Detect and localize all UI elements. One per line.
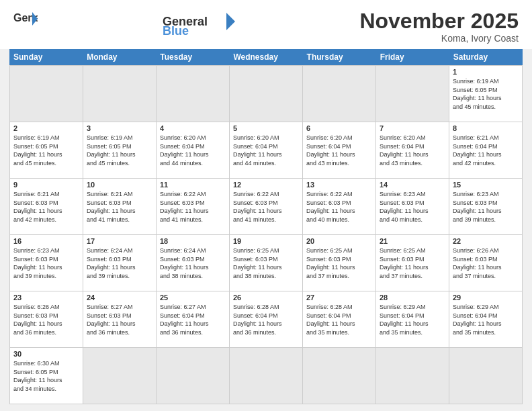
calendar-day-22: 22Sunrise: 6:26 AMSunset: 6:03 PMDayligh… [449,235,523,291]
calendar-day-29: 29Sunrise: 6:29 AMSunset: 6:04 PMDayligh… [449,291,523,348]
calendar-grid: 1Sunrise: 6:19 AMSunset: 6:05 PMDaylight… [9,65,523,404]
month-title: November 2025 [359,9,519,33]
calendar-day-16: 16Sunrise: 6:23 AMSunset: 6:03 PMDayligh… [10,235,83,291]
cell-date: 4 [160,124,226,132]
cell-date: 25 [160,293,226,302]
cell-date: 6 [306,124,372,132]
day-header: Tuesday [156,49,229,65]
calendar-empty [230,66,303,122]
cell-date: 26 [233,293,299,302]
calendar-day-10: 10Sunrise: 6:21 AMSunset: 6:03 PMDayligh… [83,179,157,235]
calendar-day-25: 25Sunrise: 6:27 AMSunset: 6:04 PMDayligh… [157,291,230,348]
logo-text: General Blue [163,9,236,37]
cell-info: Sunrise: 6:28 AMSunset: 6:04 PMDaylight:… [306,303,372,336]
calendar-day-21: 21Sunrise: 6:25 AMSunset: 6:03 PMDayligh… [376,235,449,291]
cell-info: Sunrise: 6:23 AMSunset: 6:03 PMDaylight:… [453,190,519,224]
cell-info: Sunrise: 6:29 AMSunset: 6:04 PMDaylight:… [380,303,445,336]
calendar-empty [157,348,230,404]
calendar-day-9: 9Sunrise: 6:21 AMSunset: 6:03 PMDaylight… [10,179,83,235]
cell-date: 27 [306,293,372,302]
calendar-day-14: 14Sunrise: 6:23 AMSunset: 6:03 PMDayligh… [376,179,449,235]
calendar-day-12: 12Sunrise: 6:22 AMSunset: 6:03 PMDayligh… [230,179,303,235]
cell-date: 24 [87,293,152,302]
cell-info: Sunrise: 6:23 AMSunset: 6:03 PMDaylight:… [13,246,79,280]
calendar-empty [376,348,449,404]
calendar-day-4: 4Sunrise: 6:20 AMSunset: 6:04 PMDaylight… [157,122,230,179]
cell-date: 19 [233,237,299,245]
calendar-empty [83,66,157,122]
cell-date: 22 [453,237,519,245]
calendar-day-6: 6Sunrise: 6:20 AMSunset: 6:04 PMDaylight… [303,122,376,179]
cell-date: 7 [380,124,445,132]
calendar-day-28: 28Sunrise: 6:29 AMSunset: 6:04 PMDayligh… [376,291,449,348]
calendar-day-7: 7Sunrise: 6:20 AMSunset: 6:04 PMDaylight… [376,122,449,179]
cell-info: Sunrise: 6:26 AMSunset: 6:03 PMDaylight:… [453,246,519,280]
calendar-day-30: 30Sunrise: 6:30 AMSunset: 6:05 PMDayligh… [10,348,83,404]
cell-info: Sunrise: 6:21 AMSunset: 6:03 PMDaylight:… [13,190,79,224]
cell-info: Sunrise: 6:22 AMSunset: 6:03 PMDaylight:… [233,190,299,224]
cell-info: Sunrise: 6:30 AMSunset: 6:05 PMDaylight:… [13,359,79,393]
calendar-day-18: 18Sunrise: 6:24 AMSunset: 6:03 PMDayligh… [157,235,230,291]
cell-date: 29 [453,293,519,302]
calendar-day-3: 3Sunrise: 6:19 AMSunset: 6:05 PMDaylight… [83,122,157,179]
cell-date: 8 [453,124,519,132]
cell-date: 13 [306,181,372,189]
cell-date: 18 [160,237,226,245]
cell-info: Sunrise: 6:19 AMSunset: 6:05 PMDaylight:… [87,134,152,167]
calendar-day-15: 15Sunrise: 6:23 AMSunset: 6:03 PMDayligh… [449,179,523,235]
day-header: Wednesday [229,49,302,65]
calendar-day-2: 2Sunrise: 6:19 AMSunset: 6:05 PMDaylight… [10,122,83,179]
cell-info: Sunrise: 6:24 AMSunset: 6:03 PMDaylight:… [87,246,152,280]
cell-info: Sunrise: 6:21 AMSunset: 6:04 PMDaylight:… [453,134,519,167]
cell-date: 21 [380,237,445,245]
header: General General Blue November 2025 Koma,… [0,0,532,49]
cell-date: 5 [233,124,299,132]
cell-date: 30 [13,350,79,358]
cell-info: Sunrise: 6:21 AMSunset: 6:03 PMDaylight:… [87,190,152,224]
day-header: Sunday [9,49,83,65]
cell-info: Sunrise: 6:25 AMSunset: 6:03 PMDaylight:… [380,246,445,280]
calendar-day-8: 8Sunrise: 6:21 AMSunset: 6:04 PMDaylight… [449,122,523,179]
cell-info: Sunrise: 6:20 AMSunset: 6:04 PMDaylight:… [160,134,226,167]
calendar-empty [157,66,230,122]
day-header: Monday [83,49,156,65]
cell-info: Sunrise: 6:22 AMSunset: 6:03 PMDaylight:… [306,190,372,224]
cell-date: 2 [13,124,79,132]
calendar-empty [303,348,376,404]
title-area: November 2025 Koma, Ivory Coast [359,9,519,44]
cell-info: Sunrise: 6:26 AMSunset: 6:03 PMDaylight:… [13,303,79,336]
cell-info: Sunrise: 6:23 AMSunset: 6:03 PMDaylight:… [380,190,445,224]
cell-info: Sunrise: 6:25 AMSunset: 6:03 PMDaylight:… [306,246,372,280]
svg-marker-4 [226,13,235,30]
cell-date: 3 [87,124,152,132]
day-header: Thursday [303,49,376,65]
cell-date: 15 [453,181,519,189]
calendar-empty [230,348,303,404]
cell-date: 23 [13,293,79,302]
cell-info: Sunrise: 6:24 AMSunset: 6:03 PMDaylight:… [160,246,226,280]
cell-date: 9 [13,181,79,189]
calendar-empty [83,348,157,404]
cell-info: Sunrise: 6:25 AMSunset: 6:03 PMDaylight:… [233,246,299,280]
svg-text:Blue: Blue [163,24,189,35]
cell-info: Sunrise: 6:19 AMSunset: 6:05 PMDaylight:… [13,134,79,167]
cell-date: 1 [453,68,519,76]
day-header: Friday [376,49,449,65]
calendar: SundayMondayTuesdayWednesdayThursdayFrid… [9,49,523,404]
cell-date: 11 [160,181,226,189]
cell-date: 10 [87,181,152,189]
cell-info: Sunrise: 6:22 AMSunset: 6:03 PMDaylight:… [160,190,226,224]
calendar-day-17: 17Sunrise: 6:24 AMSunset: 6:03 PMDayligh… [83,235,157,291]
calendar-day-19: 19Sunrise: 6:25 AMSunset: 6:03 PMDayligh… [230,235,303,291]
calendar-empty [449,348,523,404]
day-header: Saturday [449,49,523,65]
logo: General [13,9,39,28]
calendar-day-20: 20Sunrise: 6:25 AMSunset: 6:03 PMDayligh… [303,235,376,291]
logo-svg: General Blue [163,9,236,35]
calendar-empty [376,66,449,122]
cell-info: Sunrise: 6:19 AMSunset: 6:05 PMDaylight:… [453,77,519,111]
cell-date: 12 [233,181,299,189]
cell-info: Sunrise: 6:29 AMSunset: 6:04 PMDaylight:… [453,303,519,336]
cell-info: Sunrise: 6:27 AMSunset: 6:03 PMDaylight:… [87,303,152,336]
cell-info: Sunrise: 6:20 AMSunset: 6:04 PMDaylight:… [306,134,372,167]
